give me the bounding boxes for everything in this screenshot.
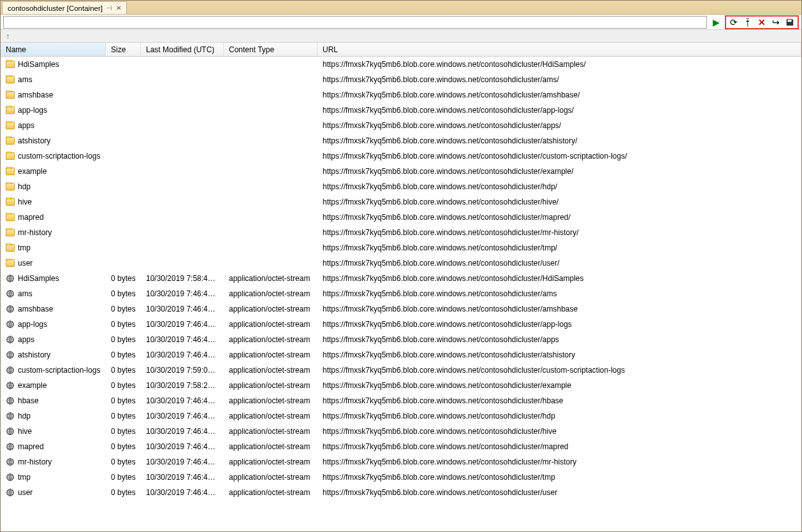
item-modified: 10/30/2019 7:58:25 PM	[141, 381, 224, 390]
table-row[interactable]: atshistoryhttps://fmxsk7kyq5mb6.blob.cor…	[1, 133, 801, 148]
item-name: HdiSamples	[18, 274, 59, 283]
item-size: 0 bytes	[106, 442, 141, 451]
table-row[interactable]: user0 bytes10/30/2019 7:46:49 PMapplicat…	[1, 485, 801, 500]
table-row[interactable]: hive0 bytes10/30/2019 7:46:48 PMapplicat…	[1, 424, 801, 439]
table-row[interactable]: HdiSampleshttps://fmxsk7kyq5mb6.blob.cor…	[1, 57, 801, 72]
item-modified: 10/30/2019 7:46:48 PM	[141, 305, 224, 313]
folder-icon	[6, 61, 15, 68]
item-modified: 10/30/2019 7:59:03 PM	[141, 366, 224, 375]
item-name: atshistory	[18, 136, 50, 145]
folder-icon	[6, 183, 15, 191]
table-row[interactable]: hdp0 bytes10/30/2019 7:46:48 PMapplicati…	[1, 408, 801, 424]
table-row[interactable]: userhttps://fmxsk7kyq5mb6.blob.core.wind…	[1, 255, 801, 271]
blob-icon	[6, 335, 15, 344]
table-row[interactable]: apps0 bytes10/30/2019 7:46:48 PMapplicat…	[1, 332, 801, 347]
folder-icon	[6, 76, 15, 83]
item-size: 0 bytes	[106, 381, 141, 390]
column-headers: Name Size Last Modified (UTC) Content Ty…	[1, 43, 801, 57]
close-icon[interactable]: ✕	[116, 4, 121, 11]
item-size: 0 bytes	[106, 335, 141, 344]
table-row[interactable]: examplehttps://fmxsk7kyq5mb6.blob.core.w…	[1, 164, 801, 179]
item-size: 0 bytes	[106, 350, 141, 359]
up-icon[interactable]: ↑	[6, 31, 10, 41]
header-size[interactable]: Size	[106, 43, 141, 56]
item-name: app-logs	[18, 320, 47, 329]
item-name: apps	[18, 121, 34, 130]
table-row[interactable]: custom-scriptaction-logshttps://fmxsk7ky…	[1, 148, 801, 164]
item-type: application/octet-stream	[224, 396, 317, 405]
item-size: 0 bytes	[106, 473, 141, 482]
upload-icon[interactable]: ⭱	[741, 16, 754, 29]
table-row[interactable]: hdphttps://fmxsk7kyq5mb6.blob.core.windo…	[1, 179, 801, 194]
delete-icon[interactable]: ✕	[755, 16, 768, 29]
item-name: example	[18, 381, 47, 390]
item-size: 0 bytes	[106, 396, 141, 405]
item-size: 0 bytes	[106, 320, 141, 329]
item-url: https://fmxsk7kyq5mb6.blob.core.windows.…	[317, 228, 801, 237]
table-row[interactable]: amshttps://fmxsk7kyq5mb6.blob.core.windo…	[1, 72, 801, 87]
blob-icon	[6, 320, 15, 329]
item-name: hdp	[18, 182, 31, 191]
table-row[interactable]: mr-historyhttps://fmxsk7kyq5mb6.blob.cor…	[1, 225, 801, 240]
table-row[interactable]: amshbasehttps://fmxsk7kyq5mb6.blob.core.…	[1, 87, 801, 103]
blob-icon	[6, 473, 15, 482]
item-name: mapred	[18, 213, 44, 222]
table-row[interactable]: hivehttps://fmxsk7kyq5mb6.blob.core.wind…	[1, 194, 801, 210]
item-url: https://fmxsk7kyq5mb6.blob.core.windows.…	[317, 473, 801, 482]
item-modified: 10/30/2019 7:46:48 PM	[141, 350, 224, 359]
blob-icon	[6, 350, 15, 359]
header-name[interactable]: Name	[1, 43, 106, 56]
item-url: https://fmxsk7kyq5mb6.blob.core.windows.…	[317, 335, 801, 344]
header-modified[interactable]: Last Modified (UTC)	[141, 43, 224, 56]
item-modified: 10/30/2019 7:46:48 PM	[141, 335, 224, 344]
table-row[interactable]: example0 bytes10/30/2019 7:58:25 PMappli…	[1, 378, 801, 393]
table-row[interactable]: tmphttps://fmxsk7kyq5mb6.blob.core.windo…	[1, 240, 801, 255]
table-row[interactable]: custom-scriptaction-logs0 bytes10/30/201…	[1, 363, 801, 378]
item-url: https://fmxsk7kyq5mb6.blob.core.windows.…	[317, 152, 801, 161]
table-row[interactable]: mapredhttps://fmxsk7kyq5mb6.blob.core.wi…	[1, 210, 801, 225]
item-name: custom-scriptaction-logs	[18, 366, 100, 375]
item-modified: 10/30/2019 7:46:49 PM	[141, 457, 224, 466]
open-icon[interactable]: ↪	[769, 16, 782, 29]
table-row[interactable]: mapred0 bytes10/30/2019 7:46:49 PMapplic…	[1, 439, 801, 454]
table-row[interactable]: app-logs0 bytes10/30/2019 7:46:48 PMappl…	[1, 317, 801, 332]
table-row[interactable]: mr-history0 bytes10/30/2019 7:46:49 PMap…	[1, 454, 801, 470]
toolbar: ▶ ⟳ ⭱ ✕ ↪	[1, 15, 801, 30]
rows-container[interactable]: HdiSampleshttps://fmxsk7kyq5mb6.blob.cor…	[1, 57, 801, 531]
item-type: application/octet-stream	[224, 457, 317, 466]
table-row[interactable]: app-logshttps://fmxsk7kyq5mb6.blob.core.…	[1, 103, 801, 118]
item-size: 0 bytes	[106, 289, 141, 298]
table-row[interactable]: hbase0 bytes10/30/2019 7:46:48 PMapplica…	[1, 393, 801, 408]
item-url: https://fmxsk7kyq5mb6.blob.core.windows.…	[317, 213, 801, 222]
item-name: mapred	[18, 442, 44, 451]
item-size: 0 bytes	[106, 274, 141, 283]
blob-icon	[6, 289, 15, 298]
tab-container[interactable]: contosohdicluster [Container] ⊣ ✕	[2, 1, 127, 14]
folder-icon	[6, 122, 15, 129]
path-input[interactable]	[3, 16, 707, 29]
table-row[interactable]: amshbase0 bytes10/30/2019 7:46:48 PMappl…	[1, 301, 801, 317]
table-row[interactable]: HdiSamples0 bytes10/30/2019 7:58:47 PMap…	[1, 271, 801, 286]
tab-title: contosohdicluster [Container]	[8, 4, 103, 12]
item-name: example	[18, 167, 47, 176]
execute-icon[interactable]: ▶	[710, 16, 722, 29]
item-name: HdiSamples	[18, 60, 59, 69]
item-modified: 10/30/2019 7:46:48 PM	[141, 289, 224, 298]
item-size: 0 bytes	[106, 488, 141, 497]
save-icon[interactable]	[784, 16, 796, 29]
header-url[interactable]: URL	[317, 43, 801, 56]
item-name: ams	[18, 289, 33, 298]
table-row[interactable]: appshttps://fmxsk7kyq5mb6.blob.core.wind…	[1, 118, 801, 133]
item-type: application/octet-stream	[224, 488, 317, 497]
table-row[interactable]: tmp0 bytes10/30/2019 7:46:49 PMapplicati…	[1, 470, 801, 485]
item-url: https://fmxsk7kyq5mb6.blob.core.windows.…	[317, 412, 801, 421]
blob-icon	[6, 442, 15, 451]
table-row[interactable]: ams0 bytes10/30/2019 7:46:48 PMapplicati…	[1, 286, 801, 301]
item-url: https://fmxsk7kyq5mb6.blob.core.windows.…	[317, 106, 801, 115]
refresh-icon[interactable]: ⟳	[727, 16, 740, 29]
folder-icon	[6, 91, 15, 99]
pin-icon[interactable]: ⊣	[106, 4, 112, 11]
folder-icon	[6, 213, 15, 221]
table-row[interactable]: atshistory0 bytes10/30/2019 7:46:48 PMap…	[1, 347, 801, 363]
header-type[interactable]: Content Type	[224, 43, 317, 56]
